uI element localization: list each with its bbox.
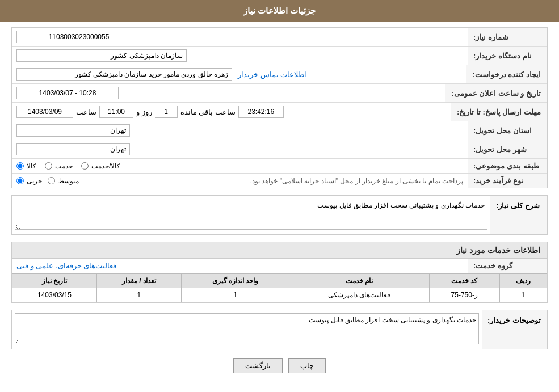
partial-radio-group: جزیی	[16, 177, 42, 185]
province-row: استان محل تحویل:	[12, 121, 547, 140]
response-days-label: روز و	[136, 108, 152, 116]
response-deadline-label: مهلت ارسال پاسخ: تا تاریخ:	[451, 103, 547, 121]
goods-radio[interactable]	[16, 162, 24, 170]
medium-label: متوسط	[58, 177, 79, 185]
cell-code: ر-750-75	[429, 288, 499, 302]
need-number-value	[12, 28, 468, 46]
city-label: شهر محل تحویل:	[468, 140, 547, 158]
col-name-header: نام خدمت	[289, 274, 429, 288]
goods-service-radio-group: کالا/خدمت	[81, 162, 120, 170]
requester-row: ایجاد کننده درخواست: اطلاعات تماس خریدار	[12, 65, 547, 84]
back-button[interactable]: بازگشت	[233, 358, 283, 373]
table-row: 1ر-750-75فعالیت‌های دامپزشکی111403/03/15	[12, 288, 547, 302]
need-desc-value	[12, 196, 490, 234]
buyer-org-value	[12, 47, 468, 65]
remaining-time-input[interactable]	[238, 106, 284, 118]
buyer-notes-label: توصیحات خریدار:	[482, 310, 547, 349]
buyer-org-label: نام دستگاه خریدار:	[468, 47, 547, 65]
response-deadline-row: مهلت ارسال پاسخ: تا تاریخ: ساعت باقی مان…	[12, 103, 547, 121]
response-date-input[interactable]	[16, 106, 73, 118]
province-value	[12, 121, 468, 140]
services-section: گروه خدمت: فعالیت‌های حرفه‌ای، علمی و فن…	[11, 258, 548, 303]
purchase-radios: متوسط جزیی	[16, 177, 79, 185]
need-desc-label: شرح کلی نیاز:	[490, 196, 547, 234]
col-count-header: تعداد / مقدار	[96, 274, 181, 288]
subject-value: کالا/خدمت خدمت کالا	[12, 159, 468, 173]
page-header: جزئیات اطلاعات نیاز	[0, 0, 559, 22]
print-button[interactable]: چاپ	[288, 358, 326, 373]
buyer-notes-value	[12, 310, 482, 349]
page-title: جزئیات اطلاعات نیاز	[243, 6, 316, 15]
goods-radio-group: کالا	[16, 162, 36, 170]
buyer-notes-textarea[interactable]	[15, 313, 479, 344]
requester-value: اطلاعات تماس خریدار	[12, 65, 466, 83]
partial-radio[interactable]	[16, 177, 24, 184]
partial-label: جزیی	[27, 177, 42, 185]
medium-radio[interactable]	[48, 177, 55, 184]
response-days-input[interactable]	[155, 106, 178, 118]
city-input[interactable]	[16, 143, 130, 155]
need-desc-section: شرح کلی نیاز:	[11, 195, 548, 235]
service-radio[interactable]	[45, 162, 52, 170]
response-time-input[interactable]	[99, 106, 133, 118]
service-group-label: گروه خدمت:	[468, 259, 547, 273]
page-wrapper: جزئیات اطلاعات نیاز شماره نیاز: نام دستگ…	[0, 0, 559, 392]
remaining-label: ساعت باقی مانده	[180, 108, 236, 116]
service-group-row: گروه خدمت: فعالیت‌های حرفه‌ای، علمی و فن…	[12, 259, 547, 273]
services-table: ردیف کد خدمت نام خدمت واحد اندازه گیری ت…	[12, 273, 547, 302]
need-number-label: شماره نیاز:	[468, 28, 547, 46]
cell-name: فعالیت‌های دامپزشکی	[289, 288, 429, 302]
goods-service-radio[interactable]	[81, 162, 89, 170]
goods-service-label: کالا/خدمت	[91, 162, 120, 170]
service-group-link[interactable]: فعالیت‌های حرفه‌ای، علمی و فنی	[16, 262, 116, 270]
response-time-label: ساعت	[76, 108, 96, 116]
services-section-header: اطلاعات خدمات مورد نیاز	[11, 242, 548, 258]
service-label: خدمت	[55, 162, 73, 170]
medium-radio-group: متوسط	[48, 177, 79, 185]
subject-row: طبقه بندی موضوعی: کالا/خدمت خدمت کالا	[12, 159, 547, 174]
city-value	[12, 140, 468, 158]
need-number-row: شماره نیاز:	[12, 28, 547, 47]
col-code-header: کد خدمت	[429, 274, 499, 288]
service-group-value: فعالیت‌های حرفه‌ای، علمی و فنی	[12, 259, 468, 273]
buyer-org-input[interactable]	[16, 49, 187, 62]
col-date-header: تاریخ نیاز	[12, 274, 97, 288]
button-row: چاپ بازگشت	[11, 358, 548, 373]
province-label: استان محل تحویل:	[468, 121, 547, 140]
purchase-type-row: نوع فرآیند خرید: پرداخت تمام یا بخشی از …	[12, 174, 547, 188]
col-unit-header: واحد اندازه گیری	[181, 274, 289, 288]
city-row: شهر محل تحویل:	[12, 140, 547, 159]
buyer-notes-section: توصیحات خریدار:	[11, 310, 548, 349]
need-desc-textarea[interactable]	[15, 199, 487, 230]
need-number-input[interactable]	[16, 31, 141, 43]
requester-label: ایجاد کننده درخواست:	[466, 65, 547, 83]
province-input[interactable]	[16, 124, 130, 137]
service-radio-group: خدمت	[45, 162, 73, 170]
buyer-org-row: نام دستگاه خریدار:	[12, 47, 547, 65]
subject-label: طبقه بندی موضوعی:	[468, 159, 547, 173]
info-section: شماره نیاز: نام دستگاه خریدار: ایجاد کنن…	[11, 27, 548, 188]
goods-label: کالا	[27, 162, 36, 170]
cell-row: 1	[499, 288, 547, 302]
announce-datetime-row: تاریخ و ساعت اعلان عمومی:	[12, 84, 547, 103]
requester-link[interactable]: اطلاعات تماس خریدار	[238, 70, 306, 79]
col-row-header: ردیف	[499, 274, 547, 288]
cell-unit: 1	[181, 288, 289, 302]
response-deadline-value: ساعت باقی مانده روز و ساعت	[12, 103, 451, 121]
cell-count: 1	[96, 288, 181, 302]
announce-datetime-label: تاریخ و ساعت اعلان عمومی:	[445, 84, 547, 102]
requester-input[interactable]	[16, 68, 232, 81]
announce-datetime-input[interactable]	[16, 87, 119, 99]
purchase-type-label: نوع فرآیند خرید:	[468, 174, 547, 188]
announce-datetime-value	[12, 84, 445, 102]
purchase-note: پرداخت تمام یا بخشی از مبلغ خریدار از مح…	[85, 177, 463, 185]
main-content: شماره نیاز: نام دستگاه خریدار: ایجاد کنن…	[0, 22, 559, 385]
purchase-type-value: پرداخت تمام یا بخشی از مبلغ خریدار از مح…	[12, 174, 468, 188]
cell-date: 1403/03/15	[12, 288, 97, 302]
